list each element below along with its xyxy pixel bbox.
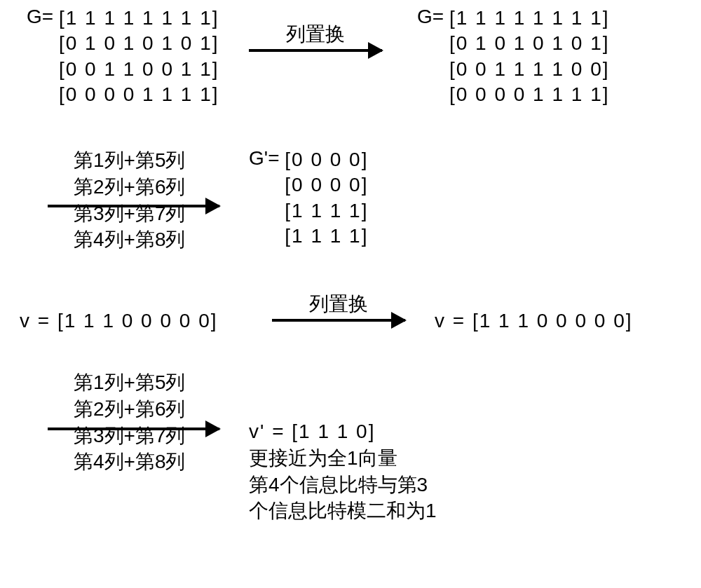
matrix-label: G= (417, 6, 444, 28)
matrix-row: [0 0 0 0] (285, 147, 368, 172)
matrix-row: [1 1 1 1] (285, 224, 368, 249)
col-op-line: 第4列+第8列 (74, 449, 186, 475)
vector-v-prime: v' = [1 1 1 0] (249, 418, 437, 445)
vector-v-right: v = [1 1 1 0 0 0 0 0] (435, 310, 633, 332)
matrix-row: [0 0 0 0 1 1 1 1] (449, 82, 610, 107)
arrow-v: 列置换 (272, 291, 405, 322)
matrix-row: [1 1 1 1 1 1 1 1] (59, 6, 219, 31)
matrix-row: [0 0 1 1 0 0 1 1] (59, 57, 219, 82)
desc-line: 第4个信息比特与第3 (249, 472, 437, 498)
vector-v-left: v = [1 1 1 0 0 0 0 0] (20, 310, 218, 332)
col-op-line: 第1列+第5列 (74, 147, 186, 174)
matrix-row: [1 1 1 1 1 1 1 1] (449, 6, 610, 31)
matrix-row: [0 0 0 0] (285, 172, 368, 198)
col-op-line: 第2列+第6列 (74, 174, 186, 200)
result-block: v' = [1 1 1 0] 更接近为全1向量 第4个信息比特与第3 个信息比特… (249, 418, 437, 524)
arrow-col-ops-2 (48, 428, 219, 430)
arrow-label: 列置换 (309, 291, 368, 317)
desc-line: 更接近为全1向量 (249, 445, 437, 472)
matrix-rows: [1 1 1 1 1 1 1 1] [0 1 0 1 0 1 0 1] [0 0… (449, 6, 610, 108)
desc-line: 个信息比特模二和为1 (249, 498, 437, 524)
matrix-row: [1 1 1 1] (285, 198, 368, 224)
matrix-row: [0 1 0 1 0 1 0 1] (449, 31, 610, 56)
matrix-rows: [0 0 0 0] [0 0 0 0] [1 1 1 1] [1 1 1 1] (285, 147, 368, 249)
arrow-top: 列置换 (249, 21, 382, 52)
col-op-line: 第4列+第8列 (74, 226, 186, 253)
matrix-row: [0 1 0 1 0 1 0 1] (59, 31, 219, 56)
arrow-icon (249, 49, 382, 52)
col-ops-1: 第1列+第5列 第2列+第6列 第3列+第7列 第4列+第8列 (74, 147, 186, 253)
arrow-icon (48, 205, 219, 207)
matrix-g-prime: G'= [0 0 0 0] [0 0 0 0] [1 1 1 1] [1 1 1… (249, 147, 368, 249)
matrix-row: [0 0 1 1 1 1 0 0] (449, 57, 610, 82)
matrix-g-right: G= [1 1 1 1 1 1 1 1] [0 1 0 1 0 1 0 1] [… (417, 6, 610, 108)
arrow-icon (48, 428, 219, 430)
col-op-line: 第1列+第5列 (74, 369, 186, 396)
matrix-rows: [1 1 1 1 1 1 1 1] [0 1 0 1 0 1 0 1] [0 0… (59, 6, 219, 108)
arrow-label: 列置换 (286, 21, 345, 48)
matrix-row: [0 0 0 0 1 1 1 1] (59, 82, 219, 107)
arrow-icon (272, 319, 405, 322)
matrix-label: G'= (249, 147, 279, 170)
matrix-label: G= (27, 6, 53, 28)
matrix-g-left: G= [1 1 1 1 1 1 1 1] [0 1 0 1 0 1 0 1] [… (27, 6, 219, 108)
col-op-line: 第2列+第6列 (74, 396, 186, 423)
arrow-col-ops-1 (48, 205, 219, 207)
col-ops-2: 第1列+第5列 第2列+第6列 第3列+第7列 第4列+第8列 (74, 369, 186, 475)
col-op-line: 第3列+第7列 (74, 423, 186, 449)
